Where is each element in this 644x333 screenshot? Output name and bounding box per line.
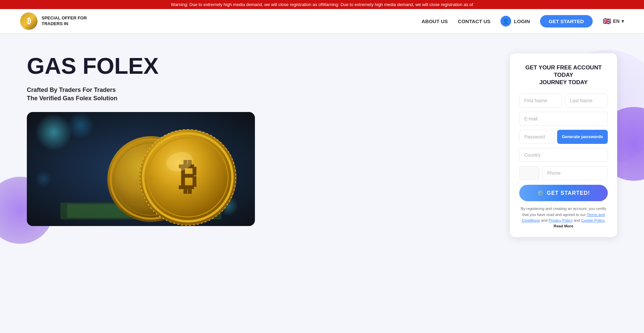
password-input[interactable]: [519, 130, 554, 144]
submit-icon: ⚙️: [537, 190, 544, 196]
register-submit-button[interactable]: ⚙️ GET STARTED!: [519, 185, 608, 201]
page-title: GAS FOLEX: [27, 53, 496, 78]
main-content: GAS FOLEX Crafted By Traders For Traders…: [0, 33, 644, 251]
phone-prefix-input[interactable]: [519, 166, 539, 180]
email-row: [519, 112, 608, 126]
read-more-link[interactable]: Read More: [554, 224, 574, 228]
subtitle-2: The Verified Gas Folex Solution: [27, 95, 496, 102]
lang-code: EN: [613, 18, 620, 24]
flag-icon: 🇬🇧: [603, 17, 611, 25]
svg-point-2: [67, 112, 94, 139]
warning-text: Warning: Due to extremely high media dem…: [171, 2, 473, 7]
language-selector[interactable]: 🇬🇧 EN ▾: [603, 17, 624, 25]
generate-password-button[interactable]: Generate passwords: [557, 130, 608, 144]
first-name-input[interactable]: [519, 94, 562, 108]
phone-input[interactable]: [542, 166, 608, 180]
chevron-down-icon: ▾: [622, 18, 624, 24]
subtitle-1: Crafted By Traders For Traders: [27, 87, 496, 94]
left-content: GAS FOLEX Crafted By Traders For Traders…: [27, 53, 496, 226]
password-row: Generate passwords: [519, 130, 608, 144]
svg-point-1: [35, 114, 72, 151]
country-input[interactable]: [519, 148, 608, 162]
name-row: [519, 94, 608, 108]
logo-text: SPECIAL OFFER FOR TRADERS IN: [42, 15, 87, 27]
cookie-link[interactable]: Cookie Policy.: [581, 218, 605, 222]
logo-area: ₿ SPECIAL OFFER FOR TRADERS IN: [20, 12, 87, 30]
get-started-button[interactable]: GET STARTED: [540, 15, 593, 27]
form-title: GET YOUR FREE ACCOUNT TODAY JOURNEY TODA…: [519, 64, 608, 86]
registration-form: GET YOUR FREE ACCOUNT TODAY JOURNEY TODA…: [510, 53, 617, 237]
login-area[interactable]: 👤 LOGIN: [500, 16, 530, 26]
nav-contact[interactable]: CONTACT US: [458, 18, 490, 24]
country-row: [519, 148, 608, 162]
nav-about[interactable]: ABOUT US: [422, 18, 448, 24]
privacy-link[interactable]: Privacy Policy: [548, 218, 573, 222]
warning-bar: Warning: Due to extremely high media dem…: [0, 0, 644, 9]
last-name-input[interactable]: [565, 94, 608, 108]
svg-point-4: [35, 171, 52, 187]
form-disclaimer: By registering and creating an account, …: [519, 206, 608, 229]
email-input[interactable]: [519, 112, 608, 126]
hero-image: ₿ ₿: [27, 112, 255, 226]
logo-icon: ₿: [20, 12, 38, 30]
login-label: LOGIN: [514, 18, 530, 24]
header: ₿ SPECIAL OFFER FOR TRADERS IN ABOUT US …: [0, 9, 644, 33]
user-icon: 👤: [500, 16, 511, 26]
phone-row: [519, 166, 608, 180]
nav-links: ABOUT US CONTACT US 👤 LOGIN GET STARTED …: [422, 15, 624, 27]
